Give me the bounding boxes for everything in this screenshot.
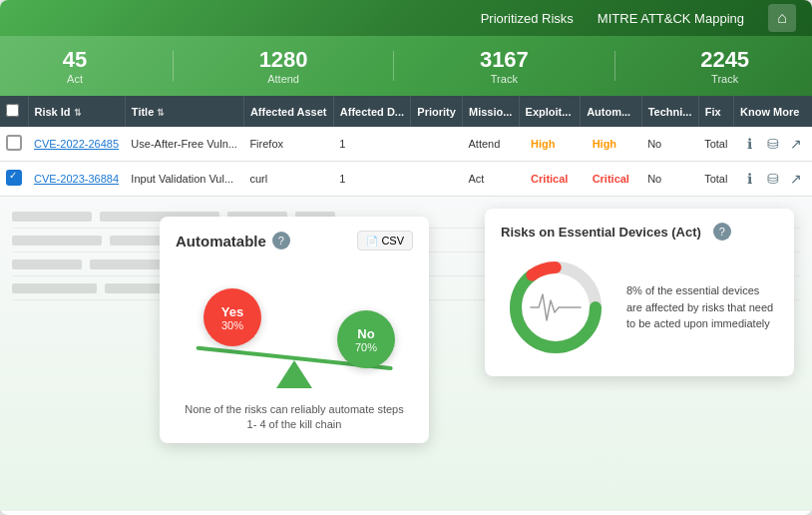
row2-mission: Act [463,162,520,197]
row1-mission: Attend [463,127,520,162]
csv-label: CSV [381,235,404,247]
row1-techni: No [641,127,698,162]
row1-affected-d: 1 [333,127,410,162]
bg-cell [12,283,97,293]
gauge-container: 8% of the essential devices are affected… [501,253,778,362]
col-autom[interactable]: Autom... [581,96,642,127]
automatable-widget: Automatable ? 📄 CSV Yes 30% No 70% [160,217,429,443]
info-icon-2[interactable]: ℹ [740,169,760,189]
col-exploit[interactable]: Exploit... [519,96,581,127]
gauge-description: 8% of the essential devices are affected… [626,282,778,332]
seesaw-chart: Yes 30% No 70% [176,258,413,398]
risk-table: Risk Id ⇅ Title ⇅ Affected Asset Affecte… [0,96,812,197]
row1-autom: High [581,127,642,162]
no-circle: No 70% [337,310,395,368]
stat-track-1: 3167 Track [480,47,529,85]
row2-autom: Critical [581,162,642,197]
col-title[interactable]: Title ⇅ [125,96,243,127]
exploit-badge-1: High [525,136,561,152]
csv-button[interactable]: 📄 CSV [357,231,413,251]
stat-act-label: Act [63,73,87,85]
row1-risk-id[interactable]: CVE-2022-26485 [28,127,125,162]
row1-checkbox[interactable] [0,127,28,162]
seesaw-caption: None of the risks can reliably automate … [176,402,413,433]
row2-techni: No [641,162,698,197]
essential-help-icon[interactable]: ? [713,223,731,241]
row2-affected-d: 1 [333,162,410,197]
gauge-svg [501,253,610,362]
home-icon: ⌂ [777,9,787,27]
row1-title: Use-After-Free Vuln... [125,127,243,162]
table-row: CVE-2022-26485 Use-After-Free Vuln... Fi… [0,127,812,162]
col-know-more: Know More [734,96,812,127]
stat-track2-number: 2245 [700,47,749,73]
row1-know-more: ℹ ⛁ ↗ [734,127,812,162]
home-button[interactable]: ⌂ [768,4,796,32]
cve-link-2[interactable]: CVE-2023-36884 [34,173,119,185]
col-risk-id[interactable]: Risk Id ⇅ [28,96,125,127]
automatable-title-group: Automatable ? [176,232,290,250]
info-icon-1[interactable]: ℹ [740,134,760,154]
stats-bar: 45 Act 1280 Attend 3167 Track 2245 Track [0,36,812,96]
csv-icon: 📄 [366,236,378,247]
table-header-row: Risk Id ⇅ Title ⇅ Affected Asset Affecte… [0,96,812,127]
bg-cell [12,212,92,222]
prioritized-risks-link[interactable]: Prioritized Risks [481,11,574,26]
mitre-mapping-link[interactable]: MITRE ATT&CK Mapping [598,11,744,26]
table-row: CVE-2023-36884 Input Validation Vul... c… [0,162,812,197]
bg-cell [12,259,82,269]
row1-priority [411,127,463,162]
select-all-checkbox[interactable] [6,104,19,117]
sort-risk-id-icon: ⇅ [74,108,82,118]
col-priority[interactable]: Priority [411,96,463,127]
col-mission[interactable]: Missio... [463,96,520,127]
automatable-help-icon[interactable]: ? [272,232,290,250]
yes-percent: 30% [221,319,243,331]
top-nav: Prioritized Risks MITRE ATT&CK Mapping ⌂ [0,0,812,36]
row2-checkbox[interactable] [0,162,28,197]
row2-risk-id[interactable]: CVE-2023-36884 [28,162,125,197]
seesaw-fulcrum [276,360,312,388]
row2-fix: Total [698,162,733,197]
col-fix[interactable]: Fix [698,96,733,127]
essential-title: Risks on Essential Devices (Act) [501,225,701,240]
stat-track1-number: 3167 [480,47,529,73]
external-link-icon-1[interactable]: ↗ [786,134,806,154]
bg-cell [12,236,102,246]
stat-divider-3 [614,51,615,81]
sort-title-icon: ⇅ [157,108,165,118]
stat-attend-number: 1280 [259,47,308,73]
gauge-description-text: 8% of the essential devices are affected… [626,284,773,329]
row1-fix: Total [698,127,733,162]
col-techni[interactable]: Techni... [641,96,698,127]
essential-header: Risks on Essential Devices (Act) ? [501,223,778,241]
cve-link-1[interactable]: CVE-2022-26485 [34,138,119,150]
no-label: No [357,326,374,341]
stat-divider-1 [173,51,174,81]
automatable-title: Automatable [176,233,266,250]
checkbox-checked[interactable] [6,170,22,186]
stat-act: 45 Act [63,47,87,85]
col-affected-asset[interactable]: Affected Asset [243,96,333,127]
autom-badge-1: High [587,136,622,152]
network-icon-2[interactable]: ⛁ [763,169,783,189]
row2-know-more: ℹ ⛁ ↗ [734,162,812,197]
no-percent: 70% [355,341,377,353]
exploit-badge-2: Critical [525,171,574,187]
bottom-panel: Automatable ? 📄 CSV Yes 30% No 70% [0,197,812,511]
col-checkbox [0,96,28,127]
main-container: Prioritized Risks MITRE ATT&CK Mapping ⌂… [0,0,812,515]
col-affected-d[interactable]: Affected D... [333,96,410,127]
row1-asset: Firefox [243,127,333,162]
row1-exploit: High [519,127,581,162]
checkbox-unchecked[interactable] [6,135,22,151]
essential-devices-widget: Risks on Essential Devices (Act) ? [485,209,794,376]
automatable-header: Automatable ? 📄 CSV [176,231,413,251]
row2-priority [411,162,463,197]
external-link-icon-2[interactable]: ↗ [786,169,806,189]
risk-table-area: Risk Id ⇅ Title ⇅ Affected Asset Affecte… [0,96,812,197]
stat-act-number: 45 [63,47,87,73]
stat-track-2: 2245 Track [700,47,749,85]
stat-track1-label: Track [480,73,529,85]
network-icon-1[interactable]: ⛁ [763,134,783,154]
